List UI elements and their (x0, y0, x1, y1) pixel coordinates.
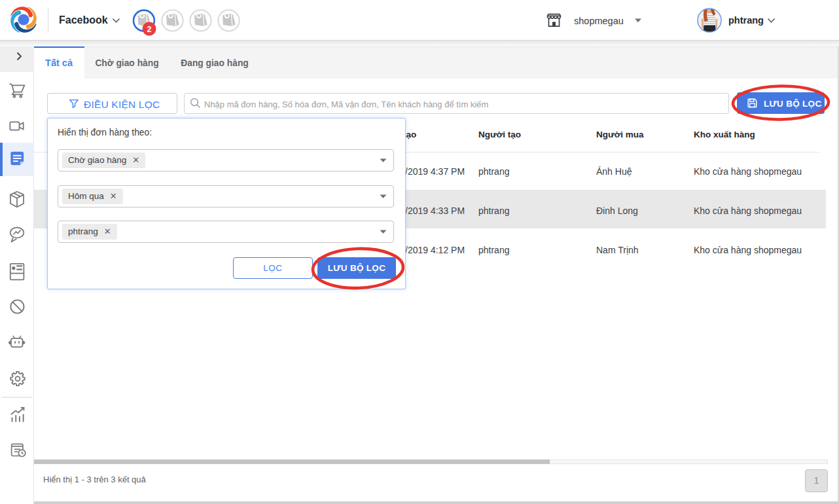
svg-text:2: 2 (147, 25, 152, 34)
